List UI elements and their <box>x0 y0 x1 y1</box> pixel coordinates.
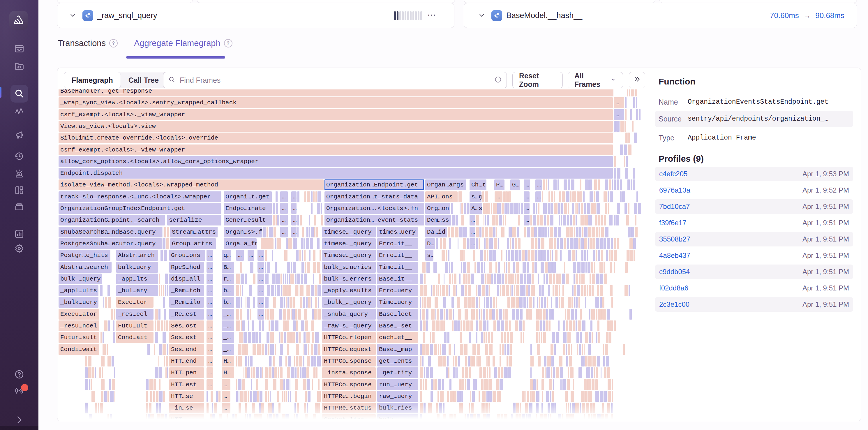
flame-frame-sliver[interactable] <box>577 285 580 296</box>
flame-frame-sliver[interactable] <box>464 297 467 308</box>
flame-frame-sliver[interactable] <box>546 274 548 284</box>
flame-frame-sliver[interactable] <box>591 262 593 273</box>
flame-frame-sliver[interactable] <box>260 367 261 378</box>
flame-frame-sliver[interactable] <box>511 250 515 261</box>
flame-frame-sliver[interactable] <box>487 320 488 331</box>
flame-frame-sliver[interactable] <box>608 391 611 402</box>
flame-frame-sliver[interactable] <box>576 250 577 261</box>
flame-frame-sliver[interactable] <box>111 309 113 319</box>
flame-frame-sliver[interactable] <box>241 274 244 284</box>
flame-frame-sliver[interactable] <box>108 379 111 390</box>
flame-frame-sliver[interactable] <box>530 344 532 355</box>
flame-frame-sliver[interactable] <box>587 285 588 296</box>
flame-frame-sliver[interactable] <box>547 250 549 261</box>
flame-frame-sliver[interactable] <box>563 320 565 331</box>
flame-frame-sliver[interactable] <box>88 356 91 367</box>
flame-frame-sliver[interactable] <box>295 379 298 390</box>
flame-frame-sliver[interactable] <box>588 227 591 238</box>
flame-frame-sliver[interactable] <box>569 356 572 367</box>
flame-frame-sliver[interactable] <box>564 180 567 190</box>
flame-frame-sliver[interactable] <box>574 297 575 308</box>
flame-frame-sliver[interactable] <box>631 89 635 96</box>
flame-frame-sliver[interactable] <box>306 227 308 238</box>
flame-frame-sliver[interactable] <box>216 391 218 402</box>
flame-frame-sliver[interactable] <box>531 250 534 261</box>
flame-frame-sliver[interactable] <box>315 297 317 308</box>
flame-frame-sliver[interactable] <box>614 168 616 179</box>
flame-frame-sliver[interactable] <box>288 391 289 402</box>
flame-frame-sliver[interactable] <box>155 309 158 319</box>
flame-frame-sliver[interactable] <box>485 215 486 225</box>
flame-frame-sliver[interactable] <box>502 344 504 355</box>
flame-frame-sliver[interactable] <box>578 320 581 331</box>
flame-frame-sliver[interactable] <box>241 297 242 308</box>
flame-frame-sliver[interactable] <box>548 203 551 214</box>
flame-frame[interactable]: bulk_s…ueries <box>322 262 376 273</box>
flame-frame-sliver[interactable] <box>629 89 630 96</box>
flame-frame-sliver[interactable] <box>507 332 509 343</box>
flame-frame-sliver[interactable] <box>483 367 486 378</box>
flame-frame-sliver[interactable] <box>488 332 490 343</box>
flame-frame-sliver[interactable] <box>448 344 451 355</box>
flame-frame-sliver[interactable] <box>108 320 110 331</box>
flame-frame-sliver[interactable] <box>543 332 546 343</box>
flame-frame-sliver[interactable] <box>493 203 497 214</box>
flame-frame-sliver[interactable] <box>311 297 312 308</box>
flame-frame-sliver[interactable] <box>167 344 168 355</box>
flame-frame-sliver[interactable] <box>300 297 302 308</box>
flame-frame-sliver[interactable] <box>155 320 156 331</box>
flame-frame-sliver[interactable] <box>503 309 504 319</box>
sidebar-item-explore-active[interactable] <box>10 85 28 102</box>
flame-frame-sliver[interactable] <box>463 238 467 249</box>
flame-frame-sliver[interactable] <box>296 238 297 249</box>
flame-frame-sliver[interactable] <box>444 274 444 284</box>
flame-frame-sliver[interactable] <box>442 344 445 355</box>
flame-frame-sliver[interactable] <box>265 367 268 378</box>
flame-frame-sliver[interactable] <box>473 250 475 261</box>
flame-frame-sliver[interactable] <box>571 309 574 319</box>
flame-frame-sliver[interactable] <box>484 332 485 343</box>
flame-frame-sliver[interactable] <box>448 309 452 319</box>
flame-frame-sliver[interactable] <box>444 309 445 319</box>
flame-frame-sliver[interactable] <box>557 238 559 249</box>
flame-frame-sliver[interactable] <box>628 203 629 214</box>
flame-frame[interactable]: Org…on <box>425 203 450 214</box>
flame-frame-sliver[interactable] <box>602 309 606 319</box>
flame-frame-sliver[interactable] <box>446 250 447 261</box>
flame-frame-sliver[interactable] <box>456 285 457 296</box>
flame-frame-sliver[interactable] <box>607 367 610 378</box>
flame-frame-sliver[interactable] <box>259 320 261 331</box>
flame-frame-sliver[interactable] <box>624 145 627 155</box>
flame-frame-sliver[interactable] <box>519 320 522 331</box>
flame-frame-sliver[interactable] <box>477 262 480 273</box>
flame-frame-sliver[interactable] <box>530 379 533 390</box>
flame-frame-sliver[interactable] <box>313 262 316 273</box>
flame-frame[interactable]: Endpo…inate <box>224 203 272 214</box>
flame-frame-sliver[interactable] <box>292 309 295 319</box>
flame-frame-sliver[interactable] <box>316 227 318 238</box>
flame-frame-sliver[interactable] <box>540 320 542 331</box>
flame-frame-sliver[interactable] <box>571 344 572 355</box>
flame-frame[interactable]: Postgr…e_hits <box>59 250 111 261</box>
flame-frame-sliver[interactable] <box>527 274 527 284</box>
flame-frame-sliver[interactable] <box>304 344 307 355</box>
flame-frame-sliver[interactable] <box>146 379 149 390</box>
flame-frame-sliver[interactable] <box>549 191 550 202</box>
flame-frame-sliver[interactable] <box>267 309 270 319</box>
flame-frame-sliver[interactable] <box>556 332 559 343</box>
flame-frame-sliver[interactable] <box>451 203 453 214</box>
flame-frame-sliver[interactable] <box>286 391 287 402</box>
flame-frame-sliver[interactable] <box>502 285 505 296</box>
flame-frame-sliver[interactable] <box>505 191 508 202</box>
flame-frame-sliver[interactable] <box>610 262 612 273</box>
flame-frame-sliver[interactable] <box>538 356 540 367</box>
flame-frame-sliver[interactable] <box>570 367 574 378</box>
flame-frame-sliver[interactable] <box>428 356 431 367</box>
chevron-down-icon[interactable] <box>69 12 76 19</box>
flame-frame-sliver[interactable] <box>265 250 267 261</box>
flame-frame-sliver[interactable] <box>251 367 252 378</box>
flame-frame-sliver[interactable] <box>452 215 455 225</box>
flame-frame-sliver[interactable] <box>279 332 280 343</box>
flame-frame-sliver[interactable] <box>584 379 587 390</box>
flame-frame-sliver[interactable] <box>115 391 115 402</box>
